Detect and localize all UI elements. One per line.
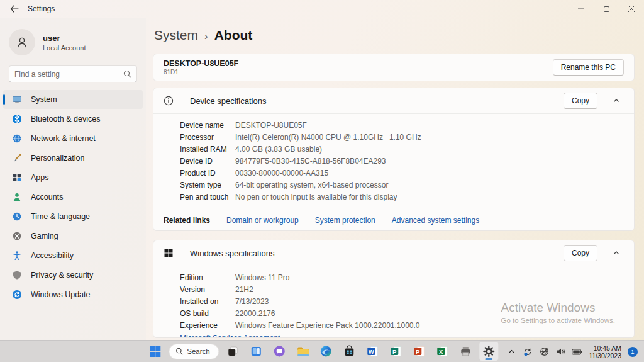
sidebar-item-personalization[interactable]: Personalization [3,149,143,167]
start-button[interactable] [145,342,164,361]
sidebar-item-label: Apps [31,173,49,182]
taskbar-clock[interactable]: 10:45 AM 11/30/2023 [589,344,621,359]
domain-workgroup-link[interactable]: Domain or workgroup [226,216,299,225]
spec-row-device-id: Device ID984779F5-0B30-415C-A818-56F8B04… [153,156,634,167]
clock-icon [12,212,22,222]
user-account[interactable]: user Local Account [0,18,146,55]
file-explorer-button[interactable] [294,342,313,361]
maximize-button[interactable] [594,0,619,18]
sidebar-item-time-language[interactable]: Time & language [3,207,143,226]
sidebar-item-bluetooth-devices[interactable]: Bluetooth & devices [3,110,143,128]
chevron-up-icon [508,348,515,355]
spec-row-installed-ram: Installed RAM4.00 GB (3.83 GB usable) [153,144,634,156]
no-internet-icon[interactable] [537,344,551,360]
sidebar-item-accounts[interactable]: Accounts [3,188,143,206]
widgets-button[interactable] [247,342,266,361]
svg-text:W: W [369,349,374,355]
collapse-windows-specs-button[interactable] [609,246,624,261]
copy-device-specs-button[interactable]: Copy [564,93,597,109]
search-input[interactable] [14,70,123,79]
avatar [9,29,35,55]
sidebar-item-label: Windows Update [31,290,91,299]
powerpoint-button[interactable]: P [410,342,429,361]
sidebar-item-system[interactable]: System [3,90,143,109]
accessibility-person-icon [12,251,22,261]
apps-grid-icon [12,173,22,183]
titlebar: Settings [0,0,644,18]
pc-name: DESKTOP-U8UE05F [164,59,238,68]
device-specs-header[interactable]: Device specifications Copy [153,88,634,113]
word-icon: W [367,345,379,358]
battery-icon[interactable] [570,344,584,360]
windows-specs-body: EditionWindows 11 Pro Version21H2 Instal… [153,266,634,338]
device-specs-body: Device nameDESKTOP-U8UE05F ProcessorInte… [153,114,634,210]
printer-app-button[interactable] [457,342,475,361]
close-button[interactable] [619,0,644,18]
taskbar-search-label: Search [187,348,209,355]
pc-name-card: DESKTOP-U8UE05F 81D1 Rename this PC [153,54,635,81]
spec-row-installed-on: Installed on7/13/2023 [153,296,634,308]
main-content: System › About DESKTOP-U8UE05F 81D1 Rena… [146,18,644,340]
back-arrow-icon [10,5,19,13]
chat-button[interactable] [270,342,289,361]
notification-badge[interactable]: 1 [628,347,638,357]
spec-row-device-name: Device nameDESKTOP-U8UE05F [153,120,634,132]
user-account-type: Local Account [43,44,86,52]
word-button[interactable]: W [364,342,382,361]
windows-specs-title: Windows specifications [190,249,274,258]
spec-row-product-id: Product ID00330-80000-00000-AA315 [153,167,634,179]
widgets-icon [250,345,263,358]
update-arrows-icon [12,290,22,300]
chevron-up-icon [613,97,620,105]
volume-icon[interactable] [553,344,567,360]
clock-time: 10:45 AM [589,344,621,352]
spec-row-edition: EditionWindows 11 Pro [153,272,634,284]
publisher-button[interactable]: P [387,342,406,361]
task-view-button[interactable] [224,342,243,361]
sidebar: user Local Account System Bluetooth & de… [0,18,146,340]
sidebar-item-apps[interactable]: Apps [3,168,143,187]
sidebar-nav: System Bluetooth & devices Network & int… [0,90,146,304]
brush-icon [12,153,22,163]
system-protection-link[interactable]: System protection [315,216,375,225]
xbox-icon [12,231,22,241]
person-icon [15,35,29,49]
copy-windows-specs-button[interactable]: Copy [564,245,597,261]
microsoft-store-button[interactable] [340,342,359,361]
related-links-title: Related links [164,216,210,225]
collapse-device-specs-button[interactable] [609,93,624,108]
excel-button[interactable]: X [433,342,452,361]
chevron-up-icon [613,249,620,257]
rename-pc-button[interactable]: Rename this PC [553,59,624,76]
breadcrumb: System › About [154,28,635,43]
taskbar-search[interactable]: Search [169,344,219,359]
microsoft-services-agreement-link[interactable]: Microsoft Services Agreement [180,334,280,338]
settings-app-button[interactable] [480,342,499,361]
svg-text:X: X [440,348,444,355]
printer-icon [460,345,472,358]
system-tray: 10:45 AM 11/30/2023 1 [504,341,640,362]
sidebar-item-privacy-security[interactable]: Privacy & security [3,266,143,285]
breadcrumb-system[interactable]: System [154,28,198,43]
minimize-button[interactable] [569,0,594,18]
back-button[interactable] [5,1,24,16]
svg-text:P: P [416,348,421,355]
sidebar-item-label: Accounts [31,193,63,201]
spec-row-system-type: System type64-bit operating system, x64-… [153,179,634,191]
search-icon [175,348,183,355]
settings-search[interactable] [9,65,137,82]
sidebar-item-accessibility[interactable]: Accessibility [3,246,143,265]
sidebar-item-network-internet[interactable]: Network & internet [3,129,143,148]
sidebar-item-label: Time & language [31,212,90,221]
spec-row-processor: ProcessorIntel(R) Celeron(R) N4000 CPU @… [153,132,634,144]
sidebar-item-gaming[interactable]: Gaming [3,227,143,246]
tray-chevron-button[interactable] [504,344,518,360]
sidebar-item-windows-update[interactable]: Windows Update [3,285,143,304]
chat-icon [274,345,286,358]
edge-button[interactable] [317,342,336,361]
advanced-system-settings-link[interactable]: Advanced system settings [392,216,479,225]
system-icon [12,94,22,105]
windows-specs-header[interactable]: Windows specifications Copy [153,240,634,266]
tray-sync-icon[interactable] [521,344,535,360]
bluetooth-icon [12,114,22,124]
